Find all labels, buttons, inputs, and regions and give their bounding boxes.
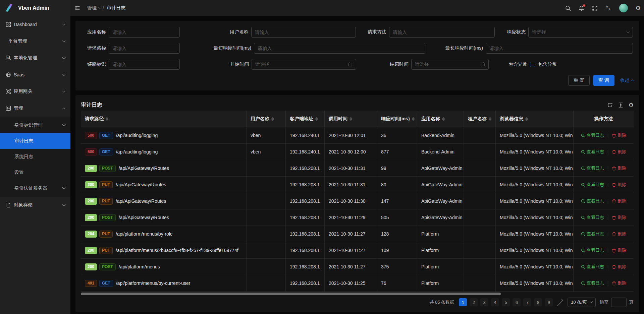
next-page-button[interactable] — [555, 298, 564, 306]
row-height-icon[interactable] — [618, 102, 624, 108]
view-log-button[interactable]: 查看日志 — [581, 149, 604, 155]
delete-button[interactable]: 删除 — [612, 264, 626, 270]
page-button-2[interactable]: 2 — [470, 298, 478, 306]
page-button-8[interactable]: 8 — [534, 298, 542, 306]
table-horizontal-scrollbar[interactable] — [81, 293, 634, 295]
actions-cell: 查看日志 | 删除 — [574, 127, 634, 144]
sidebar-item-saas[interactable]: Saas — [0, 66, 70, 83]
app-name-cell: ApiGateWay-Admin — [417, 160, 464, 177]
scrollbar-thumb[interactable] — [81, 293, 501, 295]
file-icon — [6, 202, 11, 208]
delete-button[interactable]: 删除 — [612, 182, 626, 188]
page-button-5[interactable]: 5 — [502, 298, 510, 306]
sidebar-item-gateway[interactable]: 应用网关 — [0, 83, 70, 100]
column-header-request-path[interactable]: 请求路径 — [81, 111, 247, 127]
delete-button[interactable]: 删除 — [612, 132, 626, 138]
settings-gear-icon[interactable]: ⚙ — [636, 5, 641, 11]
page-button-6[interactable]: 6 — [513, 298, 521, 306]
sidebar-item-identity-server[interactable]: 身份认证服务器 — [0, 180, 70, 196]
collapse-filter-link[interactable]: 收起 — [620, 77, 634, 83]
page-button-4[interactable]: 4 — [491, 298, 499, 306]
refresh-icon[interactable] — [607, 102, 613, 108]
client-address-cell: 192.168.208.1 — [286, 259, 325, 275]
browser-info-cell: Mozilla/5.0 (Windows NT 10.0; Win — [496, 144, 574, 160]
field-label: 链路标识 — [81, 61, 109, 67]
delete-button[interactable]: 删除 — [612, 231, 626, 237]
page-button-1[interactable]: 1 — [459, 298, 467, 306]
max-response-time-input[interactable] — [486, 43, 633, 54]
action-divider: | — [607, 280, 609, 286]
notifications-bell-icon[interactable] — [579, 5, 584, 11]
search-icon[interactable] — [565, 5, 571, 11]
request-path: /api/ApiGateway/Routes — [116, 182, 166, 187]
field-label: 最短响应时间(ms) — [180, 45, 254, 51]
request-path-input[interactable] — [109, 43, 180, 54]
page-button-9[interactable]: 9 — [545, 298, 553, 306]
sidebar-item-localization[interactable]: A 本地化管理 — [0, 50, 70, 66]
user-name-input[interactable] — [251, 27, 356, 38]
delete-button[interactable]: 删除 — [612, 280, 626, 286]
view-log-button[interactable]: 查看日志 — [581, 198, 604, 204]
view-log-button[interactable]: 查看日志 — [581, 132, 604, 138]
user-avatar[interactable] — [619, 4, 628, 12]
method-badge: PUT — [99, 198, 113, 205]
end-time-datepicker[interactable]: 请选择 — [411, 59, 489, 70]
view-log-button[interactable]: 查看日志 — [581, 214, 604, 221]
sidebar-item-system-log[interactable]: 系统日志 — [0, 149, 70, 165]
jump-page-input[interactable] — [611, 298, 627, 307]
min-response-time-input[interactable] — [254, 43, 425, 54]
sidebar-item-dashboard[interactable]: Dashboard — [0, 16, 70, 33]
query-button[interactable]: 查 询 — [593, 75, 614, 86]
column-header-response-time[interactable]: 响应时间(ms) — [377, 111, 417, 127]
app-logo[interactable]: Vben Admin — [0, 0, 70, 16]
filter-field-user-name: 用户名称 — [180, 27, 356, 38]
breadcrumb-parent[interactable]: 管理 — [87, 5, 100, 11]
view-log-button[interactable]: 查看日志 — [581, 247, 604, 253]
table-settings-gear-icon[interactable]: ⚙ — [629, 102, 634, 108]
delete-button[interactable]: 删除 — [612, 214, 626, 221]
app-name-input[interactable] — [109, 27, 180, 38]
view-log-button[interactable]: 查看日志 — [581, 280, 604, 286]
app-name-cell: Platform — [417, 259, 464, 275]
magnifier-icon — [581, 232, 585, 236]
column-header-user-name[interactable]: 用户名称 — [247, 111, 286, 127]
view-log-button[interactable]: 查看日志 — [581, 182, 604, 188]
page-button-3[interactable]: 3 — [480, 298, 488, 306]
svg-text:A: A — [608, 8, 610, 11]
column-header-client-address[interactable]: 客户端地址 — [286, 111, 325, 127]
pagination: 共 85 条数据 1 2 3 4 5 6 7 8 9 10 条/页 跳至 — [81, 296, 634, 308]
column-header-app-name[interactable]: 应用名称 — [417, 111, 464, 127]
delete-button[interactable]: 删除 — [612, 198, 626, 204]
sidebar-item-audit-log[interactable]: 审计日志 — [0, 133, 70, 149]
actions-cell: 查看日志 | 删除 — [574, 177, 634, 193]
sidebar-item-label: 身份认证服务器 — [14, 185, 63, 191]
page-size-select[interactable]: 10 条/页 — [568, 298, 596, 307]
start-time-datepicker[interactable]: 请选择 — [252, 59, 356, 70]
http-method-input[interactable] — [389, 27, 495, 38]
sidebar-item-object-storage[interactable]: 对象存储 — [0, 197, 70, 213]
trace-id-input[interactable] — [109, 59, 180, 70]
sidebar-item-platform[interactable]: 平台管理 — [0, 33, 70, 50]
delete-button[interactable]: 删除 — [612, 149, 626, 155]
view-log-button[interactable]: 查看日志 — [581, 264, 604, 270]
reset-button[interactable]: 重 置 — [568, 75, 590, 86]
column-header-tenant-name[interactable]: 租户名称 — [464, 111, 496, 127]
sidebar-item-identity-management[interactable]: 身份标识管理 — [0, 117, 70, 133]
column-header-browser-info[interactable]: 浏览器信息 — [496, 111, 574, 127]
page-button-7[interactable]: 7 — [523, 298, 531, 306]
response-status-select[interactable]: 请选择 — [528, 27, 633, 38]
column-header-call-time[interactable]: 调用时间 — [325, 111, 377, 127]
delete-button[interactable]: 删除 — [612, 165, 626, 171]
menu-fold-icon[interactable] — [74, 5, 80, 11]
tenant-name-cell — [464, 177, 496, 193]
fullscreen-icon[interactable] — [592, 5, 598, 11]
sidebar-item-management[interactable]: 管理 — [0, 100, 70, 117]
delete-button[interactable]: 删除 — [612, 247, 626, 253]
view-log-button[interactable]: 查看日志 — [581, 231, 604, 237]
has-exception-checkbox[interactable] — [530, 62, 535, 67]
view-log-button[interactable]: 查看日志 — [581, 165, 604, 171]
breadcrumb-current: 审计日志 — [107, 5, 125, 11]
sidebar-item-label: 管理 — [14, 105, 63, 111]
sidebar-item-settings[interactable]: 设置 — [0, 165, 70, 180]
translate-icon[interactable]: 文 A — [605, 5, 611, 11]
